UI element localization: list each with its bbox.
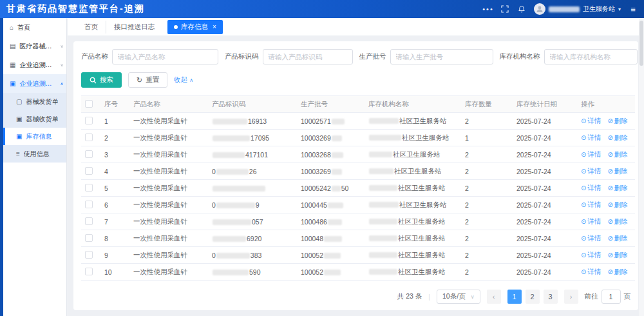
action-详情[interactable]: ⊙详情 bbox=[581, 251, 601, 260]
table-row: 2一次性使用采血针1709510003269社区卫生服务站12025-07-24… bbox=[81, 130, 635, 146]
sidebar-item-企业追溯信息[interactable]: ▣企业追溯信息∧ bbox=[3, 74, 66, 93]
sidebar-subitem-器械发货单[interactable]: ▢器械发货单 bbox=[3, 93, 66, 110]
org-redacted bbox=[369, 152, 392, 157]
menu-icon[interactable]: ≡ bbox=[629, 5, 638, 14]
delete-icon: ⊘ bbox=[607, 252, 612, 259]
delete-icon: ⊘ bbox=[607, 268, 612, 275]
row-checkbox[interactable] bbox=[85, 268, 93, 275]
sidebar-menu: ⌂首页▤医疗器械追溯∨▦企业追溯接口信息∨▣企业追溯信息∧▢器械发货单▣器械收货… bbox=[3, 18, 66, 163]
user-menu[interactable]: 卫生服务站 ▾ bbox=[534, 3, 621, 15]
collapse-link[interactable]: 收起 ∧ bbox=[174, 75, 193, 84]
sidebar-item-首页[interactable]: ⌂首页 bbox=[3, 18, 66, 37]
action-删除[interactable]: ⊘删除 bbox=[607, 268, 627, 277]
batch-text: 10003268 bbox=[301, 151, 331, 159]
select-all-checkbox[interactable] bbox=[85, 100, 93, 108]
row-checkbox[interactable] bbox=[85, 217, 93, 225]
sidebar-subitem-器械收货单[interactable]: ▣器械收货单 bbox=[3, 110, 66, 128]
filter-input-库存机构名称[interactable] bbox=[544, 49, 638, 64]
page-button-3[interactable]: 3 bbox=[544, 290, 558, 304]
scrollbar-thumb[interactable] bbox=[639, 21, 643, 66]
filter-input-生产批号[interactable] bbox=[390, 49, 493, 64]
code-redacted bbox=[213, 152, 245, 158]
page-button-1[interactable]: 1 bbox=[507, 290, 522, 304]
action-删除[interactable]: ⊘删除 bbox=[607, 251, 627, 260]
chevron-up-icon: ∧ bbox=[189, 77, 193, 83]
row-checkbox[interactable] bbox=[85, 150, 93, 158]
search-button-label: 搜索 bbox=[100, 75, 113, 84]
code-text: 590 bbox=[249, 268, 261, 276]
sidebar-item-label: 首页 bbox=[17, 23, 30, 32]
detail-icon: ⊙ bbox=[581, 201, 586, 208]
action-详情[interactable]: ⊙详情 bbox=[581, 184, 601, 193]
left-accent-rail bbox=[0, 18, 3, 316]
code-text: 0 bbox=[212, 201, 216, 209]
action-详情[interactable]: ⊙详情 bbox=[581, 234, 601, 243]
action-删除[interactable]: ⊘删除 bbox=[607, 184, 627, 193]
cell-qty: 2 bbox=[461, 163, 513, 180]
goto-page-input[interactable] bbox=[601, 290, 621, 304]
cell-code bbox=[208, 180, 297, 197]
next-page-button[interactable]: › bbox=[564, 290, 578, 304]
cell-no: 6 bbox=[100, 197, 129, 213]
action-详情[interactable]: ⊙详情 bbox=[581, 150, 601, 159]
detail-icon: ⊙ bbox=[581, 151, 586, 158]
action-label: 删除 bbox=[614, 184, 628, 193]
row-checkbox[interactable] bbox=[85, 117, 93, 124]
delete-icon: ⊘ bbox=[607, 134, 612, 141]
tab-接口推送日志[interactable]: 接口推送日志 bbox=[106, 21, 162, 34]
sidebar-subitem-使用信息[interactable]: ≡使用信息 bbox=[3, 145, 66, 163]
scrollbar[interactable] bbox=[639, 18, 644, 316]
search-button[interactable]: 搜索 bbox=[81, 72, 122, 88]
action-删除[interactable]: ⊘删除 bbox=[607, 201, 627, 210]
tab-首页[interactable]: 首页 bbox=[77, 21, 106, 34]
sidebar-subitem-库存信息[interactable]: ▣库存信息 bbox=[3, 128, 66, 145]
sidebar-subitem-label: 使用信息 bbox=[24, 150, 50, 159]
inventory-icon: ▣ bbox=[16, 133, 22, 140]
action-删除[interactable]: ⊘删除 bbox=[607, 117, 627, 126]
row-checkbox[interactable] bbox=[85, 251, 93, 259]
action-删除[interactable]: ⊘删除 bbox=[607, 167, 627, 176]
action-详情[interactable]: ⊙详情 bbox=[581, 217, 601, 226]
action-删除[interactable]: ⊘删除 bbox=[607, 133, 627, 143]
bell-icon[interactable] bbox=[517, 5, 526, 14]
row-checkbox[interactable] bbox=[85, 133, 93, 141]
reset-button[interactable]: ↻ 重置 bbox=[128, 72, 167, 88]
interface-info-icon: ▦ bbox=[10, 61, 15, 68]
code-text: 383 bbox=[251, 252, 262, 259]
row-checkbox[interactable] bbox=[85, 234, 93, 242]
column-header-生产批号: 生产批号 bbox=[297, 96, 365, 113]
prev-page-button[interactable]: ‹ bbox=[487, 290, 501, 304]
action-详情[interactable]: ⊙详情 bbox=[581, 167, 601, 176]
tab-库存信息[interactable]: 库存信息× bbox=[167, 20, 223, 34]
page-button-2[interactable]: 2 bbox=[526, 290, 540, 304]
sidebar-item-医疗器械追溯[interactable]: ▤医疗器械追溯∨ bbox=[3, 37, 66, 55]
action-详情[interactable]: ⊙详情 bbox=[581, 201, 601, 210]
cell-product: 一次性使用采血针 bbox=[129, 163, 208, 180]
action-详情[interactable]: ⊙详情 bbox=[581, 117, 601, 126]
cell-no: 5 bbox=[100, 180, 129, 197]
org-text: 社区卫生服务站 bbox=[398, 184, 446, 192]
page-size-select[interactable]: 10条/页 ∨ bbox=[437, 290, 480, 304]
row-checkbox[interactable] bbox=[85, 167, 93, 175]
filter-input-产品名称[interactable] bbox=[112, 49, 218, 64]
filter-input-产品标识码[interactable] bbox=[263, 49, 353, 64]
action-详情[interactable]: ⊙详情 bbox=[581, 133, 601, 143]
sidebar-subitem-label: 器械收货单 bbox=[26, 115, 58, 124]
fullscreen-icon[interactable] bbox=[500, 5, 509, 14]
action-删除[interactable]: ⊘删除 bbox=[607, 217, 627, 226]
more-icon[interactable]: ••• bbox=[484, 5, 493, 14]
cell-batch: 100052 bbox=[297, 264, 365, 281]
action-删除[interactable]: ⊘删除 bbox=[607, 234, 627, 243]
pagination: 共 23 条 | 10条/页 ∨ ‹ 123 › 前往 页 bbox=[81, 290, 630, 304]
header-right-tools: ••• 卫生服务站 ▾ ≡ bbox=[484, 3, 638, 15]
row-checkbox[interactable] bbox=[85, 184, 93, 192]
device-trace-icon: ▤ bbox=[10, 43, 15, 50]
action-label: 详情 bbox=[587, 184, 601, 193]
action-删除[interactable]: ⊘删除 bbox=[607, 150, 627, 159]
close-icon[interactable]: × bbox=[213, 23, 216, 30]
cell-product: 一次性使用采血针 bbox=[129, 213, 208, 230]
row-checkbox-cell bbox=[81, 130, 100, 146]
sidebar-item-企业追溯接口信息[interactable]: ▦企业追溯接口信息∨ bbox=[3, 55, 66, 74]
action-详情[interactable]: ⊙详情 bbox=[581, 268, 601, 277]
row-checkbox[interactable] bbox=[85, 201, 93, 208]
